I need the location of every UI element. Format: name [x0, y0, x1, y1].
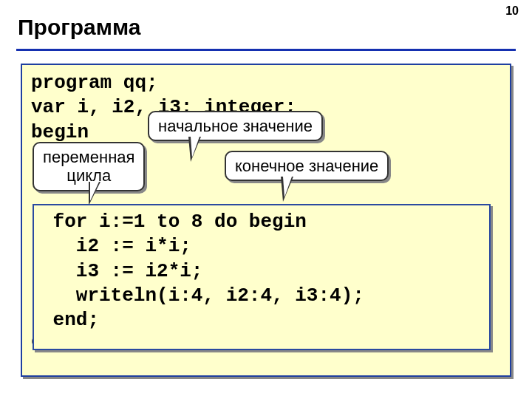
callout-tail — [89, 182, 100, 205]
code-line: i2 := i*i; — [41, 234, 482, 259]
code-line: program qq; — [31, 71, 501, 95]
callout-start-value: начальное значение — [148, 111, 323, 141]
callout-text: конечное значение — [235, 157, 378, 175]
code-line: end; — [41, 308, 482, 332]
code-line: writeln(i:4, i2:4, i3:4); — [41, 284, 482, 308]
callout-text: переменная — [43, 148, 134, 166]
callout-end-value: конечное значение — [225, 151, 389, 181]
inner-code-box: for i:=1 to 8 do begin i2 := i*i; i3 := … — [33, 204, 491, 350]
page-number: 10 — [505, 4, 519, 18]
code-line: for i:=1 to 8 do begin — [41, 210, 482, 234]
callout-tail — [281, 177, 293, 202]
page-title: Программа — [18, 15, 140, 40]
callout-tail — [188, 137, 201, 162]
title-divider — [16, 49, 516, 51]
code-line: i3 := i2*i; — [41, 259, 482, 284]
callout-text: начальное значение — [158, 117, 313, 135]
slide: 10 Программа program qq; var i, i2, i3: … — [0, 0, 532, 399]
